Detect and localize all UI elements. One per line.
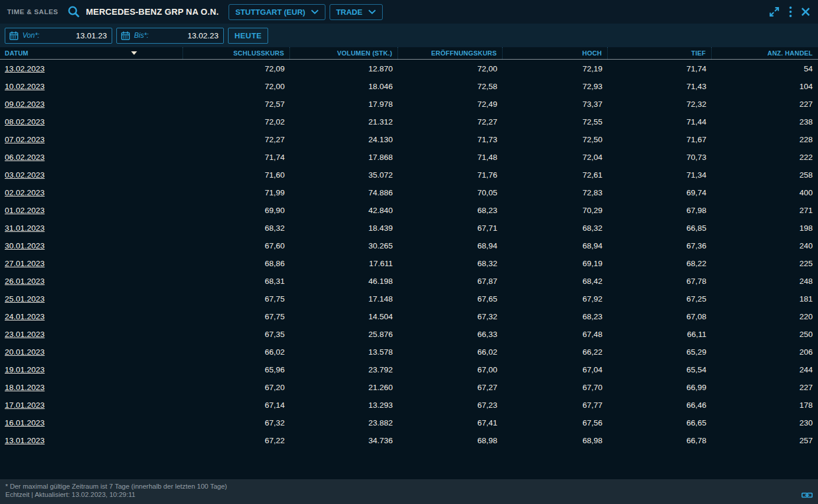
cell-anz-handel: 250: [712, 330, 818, 339]
cell-anz-handel: 244: [712, 365, 818, 374]
date-link[interactable]: 01.02.2023: [5, 206, 45, 215]
table-body: 13.02.202372,0912.87072,0072,1971,745410…: [0, 60, 818, 449]
cell-anz-handel: 178: [712, 401, 818, 410]
date-link[interactable]: 13.02.2023: [5, 64, 45, 73]
cell-hoch: 68,23: [503, 312, 608, 321]
cell-datum: 13.02.2023: [0, 64, 183, 73]
von-date-field[interactable]: Von*: 13.01.23: [5, 28, 112, 44]
cell-eroeffnungskurs: 66,02: [398, 348, 503, 356]
date-link[interactable]: 17.01.2023: [5, 401, 45, 410]
column-header-hoch[interactable]: HOCH: [503, 47, 608, 59]
footer-status: Echtzeit | Aktualisiert: 13.02.2023, 10:…: [5, 490, 812, 499]
date-link[interactable]: 03.02.2023: [5, 171, 45, 179]
cell-tief: 66,65: [608, 418, 712, 427]
table-row: 16.01.202367,3223.88267,4167,5666,65230: [0, 414, 818, 431]
cell-volumen: 13.293: [290, 401, 398, 410]
heute-button[interactable]: HEUTE: [228, 28, 268, 44]
cell-datum: 27.01.2023: [0, 259, 183, 268]
date-link[interactable]: 07.02.2023: [5, 135, 45, 144]
cell-volumen: 30.265: [290, 241, 398, 250]
date-link[interactable]: 09.02.2023: [5, 100, 45, 109]
cell-anz-handel: 181: [712, 294, 818, 303]
cell-schlusskurs: 72,09: [183, 64, 290, 73]
cell-schlusskurs: 72,02: [183, 117, 290, 126]
date-link[interactable]: 24.01.2023: [5, 312, 45, 321]
cell-volumen: 17.148: [290, 294, 398, 303]
exchange-dropdown[interactable]: STUTTGART (EUR): [229, 4, 325, 20]
cell-tief: 67,08: [608, 312, 712, 321]
date-link[interactable]: 23.01.2023: [5, 330, 45, 339]
table-row: 25.01.202367,7517.14867,6567,9267,25181: [0, 290, 818, 307]
cell-datum: 23.01.2023: [0, 330, 183, 339]
cell-schlusskurs: 67,75: [183, 312, 290, 321]
column-header-volumen[interactable]: VOLUMEN (STK.): [290, 47, 398, 59]
cell-hoch: 73,37: [503, 100, 608, 109]
cell-volumen: 17.611: [290, 259, 398, 268]
von-label: Von*:: [22, 31, 40, 40]
footer: * Der maximal gültige Zeitraum ist 7 Tag…: [0, 479, 818, 504]
date-link[interactable]: 25.01.2023: [5, 294, 45, 303]
cell-datum: 31.01.2023: [0, 224, 183, 233]
cell-tief: 67,98: [608, 206, 712, 215]
cell-eroeffnungskurs: 71,76: [398, 171, 503, 179]
column-header-schlusskurs[interactable]: SCHLUSSKURS: [183, 47, 290, 59]
kebab-menu-icon[interactable]: [789, 6, 792, 18]
instrument-name[interactable]: MERCEDES-BENZ GRP NA O.N.: [86, 7, 219, 17]
date-link[interactable]: 31.01.2023: [5, 224, 45, 233]
column-header-anz-handel[interactable]: ANZ. HANDEL: [712, 47, 818, 59]
column-header-tief[interactable]: TIEF: [608, 47, 712, 59]
date-link[interactable]: 16.01.2023: [5, 418, 45, 427]
cell-hoch: 68,42: [503, 277, 608, 286]
date-link[interactable]: 02.02.2023: [5, 188, 45, 197]
column-header-datum[interactable]: DATUM: [0, 47, 183, 59]
cell-anz-handel: 228: [712, 135, 818, 144]
cell-anz-handel: 198: [712, 224, 818, 233]
cell-schlusskurs: 67,14: [183, 401, 290, 410]
table-row: 13.01.202367,2234.73668,9868,9866,78257: [0, 431, 818, 449]
close-icon[interactable]: [801, 7, 810, 17]
date-link[interactable]: 19.01.2023: [5, 365, 45, 374]
date-link[interactable]: 30.01.2023: [5, 241, 45, 250]
date-link[interactable]: 06.02.2023: [5, 153, 45, 162]
date-link[interactable]: 26.01.2023: [5, 277, 45, 286]
bis-date-field[interactable]: Bis*: 13.02.23: [116, 28, 224, 44]
titlebar: TIME & SALES MERCEDES-BENZ GRP NA O.N. S…: [0, 0, 818, 24]
cell-schlusskurs: 71,74: [183, 153, 290, 162]
cell-anz-handel: 400: [712, 188, 818, 197]
cell-anz-handel: 238: [712, 117, 818, 126]
exchange-dropdown-label: STUTTGART (EUR): [235, 8, 305, 17]
cell-anz-handel: 222: [712, 153, 818, 162]
cell-volumen: 21.260: [290, 383, 398, 392]
date-link[interactable]: 08.02.2023: [5, 117, 45, 126]
date-link[interactable]: 27.01.2023: [5, 259, 45, 268]
cell-tief: 71,74: [608, 64, 712, 73]
bis-value[interactable]: 13.02.23: [187, 31, 219, 40]
date-link[interactable]: 20.01.2023: [5, 348, 45, 356]
date-link[interactable]: 18.01.2023: [5, 383, 45, 392]
expand-icon[interactable]: [768, 6, 780, 18]
cell-anz-handel: 230: [712, 418, 818, 427]
cell-eroeffnungskurs: 66,33: [398, 330, 503, 339]
table-row: 27.01.202368,8617.61168,3269,1968,22225: [0, 254, 818, 272]
cell-datum: 01.02.2023: [0, 206, 183, 215]
table-row: 18.01.202367,2021.26067,2767,7066,99227: [0, 378, 818, 396]
cell-datum: 07.02.2023: [0, 135, 183, 144]
cell-anz-handel: 206: [712, 348, 818, 356]
link-icon[interactable]: [801, 492, 813, 499]
time-and-sales-panel: TIME & SALES MERCEDES-BENZ GRP NA O.N. S…: [0, 0, 818, 504]
table-row: 01.02.202369,9042.84068,2370,2967,98271: [0, 201, 818, 219]
cell-schlusskurs: 67,75: [183, 294, 290, 303]
von-value[interactable]: 13.01.23: [76, 31, 107, 40]
table-row: 31.01.202368,3218.43967,7168,3266,85198: [0, 219, 818, 237]
cell-tief: 71,43: [608, 82, 712, 91]
column-header-eroeffnungskurs[interactable]: ERÖFFNUNGSKURS: [398, 47, 503, 59]
cell-volumen: 17.868: [290, 153, 398, 162]
trade-dropdown[interactable]: TRADE: [330, 4, 383, 20]
cell-eroeffnungskurs: 71,48: [398, 153, 503, 162]
cell-schlusskurs: 72,00: [183, 82, 290, 91]
cell-eroeffnungskurs: 67,71: [398, 224, 503, 233]
date-link[interactable]: 13.01.2023: [5, 436, 45, 445]
date-link[interactable]: 10.02.2023: [5, 82, 45, 91]
search-icon[interactable]: [67, 5, 81, 19]
cell-eroeffnungskurs: 67,87: [398, 277, 503, 286]
